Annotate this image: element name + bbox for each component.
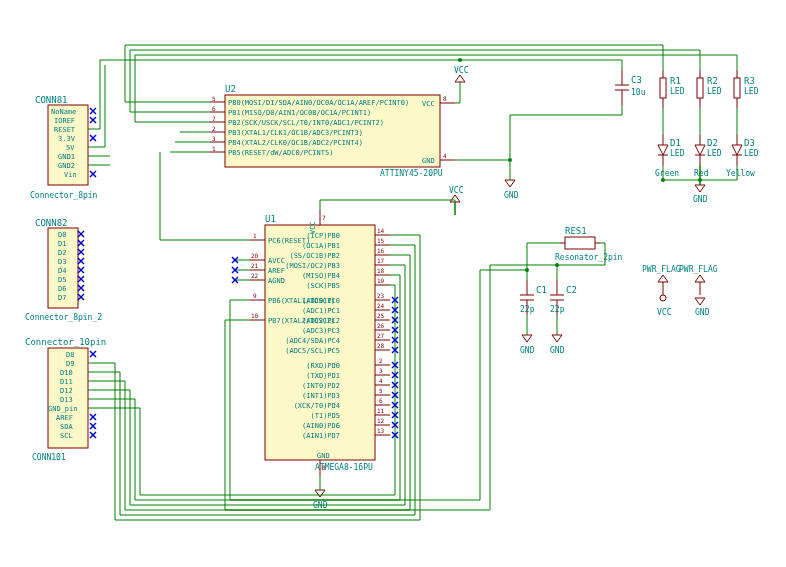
svg-text:R3: R3: [744, 76, 755, 86]
svg-text:AREF: AREF: [268, 267, 285, 275]
svg-point-289: [661, 178, 665, 182]
svg-text:(INT0)PD2: (INT0)PD2: [302, 382, 340, 390]
svg-text:8: 8: [322, 464, 326, 471]
svg-text:GND2: GND2: [58, 162, 75, 170]
u2-ref: U2: [225, 84, 236, 94]
svg-text:(MISO)PB4: (MISO)PB4: [302, 272, 340, 280]
led-d2: D2LED Red: [694, 135, 722, 178]
svg-text:PB0(MOSI/DI/SDA/AIN0/OC0A/OC1A: PB0(MOSI/DI/SDA/AIN0/OC0A/OC1A/AREF/PCIN…: [228, 99, 409, 107]
svg-text:PWR_FLAG: PWR_FLAG: [679, 265, 718, 274]
led-d3: D3LED Yellow: [726, 135, 759, 178]
svg-text:Connector_8pin: Connector_8pin: [30, 191, 98, 200]
svg-text:Red: Red: [694, 169, 709, 178]
svg-point-284: [458, 58, 462, 62]
svg-text:22p: 22p: [520, 305, 535, 314]
svg-text:6: 6: [379, 397, 383, 404]
svg-text:(AIN0)PD6: (AIN0)PD6: [302, 422, 340, 430]
svg-text:19: 19: [377, 277, 385, 284]
svg-text:15: 15: [377, 237, 385, 244]
svg-text:(ADC2)PC2: (ADC2)PC2: [302, 317, 340, 325]
svg-text:D2: D2: [58, 249, 66, 257]
svg-text:AVCC: AVCC: [268, 257, 285, 265]
svg-rect-201: [697, 78, 703, 98]
svg-text:GND: GND: [695, 308, 710, 317]
svg-text:VCC: VCC: [449, 186, 464, 195]
svg-text:13: 13: [377, 427, 385, 434]
svg-text:(SS/OC1B)PB2: (SS/OC1B)PB2: [289, 252, 340, 260]
svg-text:IOREF: IOREF: [54, 117, 75, 125]
svg-text:9: 9: [253, 292, 257, 299]
svg-text:28: 28: [377, 342, 385, 349]
svg-text:(MOSI/OC2)PB3: (MOSI/OC2)PB3: [285, 262, 340, 270]
resistor-r3: R3LED: [734, 70, 759, 108]
svg-text:PB1(MISO/D0/AIN1/OC0B/OC1A/PCI: PB1(MISO/D0/AIN1/OC0B/OC1A/PCINT1): [228, 109, 371, 117]
svg-text:D5: D5: [58, 276, 66, 284]
svg-text:CONN101: CONN101: [32, 453, 66, 462]
svg-text:25: 25: [377, 312, 385, 319]
svg-text:11: 11: [377, 407, 385, 414]
svg-text:12: 12: [377, 417, 385, 424]
svg-text:D8: D8: [66, 351, 74, 359]
svg-text:18: 18: [377, 267, 385, 274]
svg-text:(ADC1)PC1: (ADC1)PC1: [302, 307, 340, 315]
resistor-r1: R1LED: [660, 70, 685, 108]
led-d1: D1LED Green: [655, 135, 685, 178]
svg-text:LED: LED: [670, 149, 685, 158]
conn81: CONN81 Connector_8pin NoName IOREF RESET…: [30, 95, 98, 200]
svg-text:D2: D2: [707, 138, 718, 148]
svg-text:10: 10: [251, 312, 259, 319]
svg-text:1: 1: [212, 145, 216, 152]
svg-text:Vin: Vin: [64, 171, 77, 179]
u2-gnd: GND: [422, 157, 435, 165]
svg-text:D4: D4: [58, 267, 66, 275]
svg-text:LED: LED: [744, 149, 759, 158]
svg-point-286: [525, 268, 529, 272]
pwr-flags: PWR_FLAGPWR_FLAG VCC GND: [642, 265, 718, 317]
svg-text:3.3V: 3.3V: [58, 135, 76, 143]
svg-text:(SCK)PB5: (SCK)PB5: [306, 282, 340, 290]
svg-text:GND: GND: [550, 346, 565, 355]
svg-point-288: [698, 178, 702, 182]
svg-text:RESET: RESET: [54, 126, 76, 134]
svg-text:D9: D9: [66, 360, 74, 368]
svg-text:LED: LED: [744, 87, 759, 96]
svg-text:GND: GND: [693, 195, 708, 204]
svg-text:CONN82: CONN82: [35, 218, 68, 228]
u2-val: ATTINY45-20PU: [380, 169, 443, 178]
svg-point-233: [660, 295, 666, 301]
svg-text:(OC1A)PB1: (OC1A)PB1: [302, 242, 340, 250]
svg-text:(AIN1)PD7: (AIN1)PD7: [302, 432, 340, 440]
svg-text:26: 26: [377, 322, 385, 329]
svg-text:17: 17: [377, 257, 385, 264]
svg-text:(ADC3)PC3: (ADC3)PC3: [302, 327, 340, 335]
svg-text:23: 23: [377, 292, 385, 299]
svg-text:22p: 22p: [550, 305, 565, 314]
svg-text:(ADC0)PC0: (ADC0)PC0: [302, 297, 340, 305]
svg-text:24: 24: [377, 302, 385, 309]
svg-text:D7: D7: [58, 294, 66, 302]
svg-text:(RXD)PD0: (RXD)PD0: [306, 362, 340, 370]
svg-text:(INT1)PD3: (INT1)PD3: [302, 392, 340, 400]
conn82: CONN82 Connector_8pin_2 D0 D1 D2 D3 D4 D…: [25, 218, 102, 322]
svg-text:PWR_FLAG: PWR_FLAG: [642, 265, 681, 274]
svg-text:1: 1: [253, 232, 257, 239]
svg-text:Connector_10pin: Connector_10pin: [25, 337, 106, 347]
svg-text:R1: R1: [670, 76, 681, 86]
svg-text:(XCK/T0)PD4: (XCK/T0)PD4: [294, 402, 340, 410]
svg-text:8: 8: [443, 95, 447, 102]
svg-text:D1: D1: [670, 138, 681, 148]
svg-text:GND: GND: [317, 452, 330, 460]
svg-text:Green: Green: [655, 169, 679, 178]
svg-text:RES1: RES1: [565, 226, 587, 236]
svg-text:D11: D11: [60, 378, 73, 386]
svg-text:2: 2: [379, 357, 383, 364]
svg-text:PB4(XTAL2/CLK0/OC1B/ADC2/PCINT: PB4(XTAL2/CLK0/OC1B/ADC2/PCINT4): [228, 139, 363, 147]
svg-text:Yellow: Yellow: [726, 169, 755, 178]
svg-text:GND_pin: GND_pin: [48, 405, 78, 413]
svg-text:AREF: AREF: [56, 414, 73, 422]
svg-text:LED: LED: [707, 87, 722, 96]
svg-text:D6: D6: [58, 285, 66, 293]
svg-text:7: 7: [322, 214, 326, 221]
svg-text:D3: D3: [58, 258, 66, 266]
svg-text:(TXD)PD1: (TXD)PD1: [306, 372, 340, 380]
